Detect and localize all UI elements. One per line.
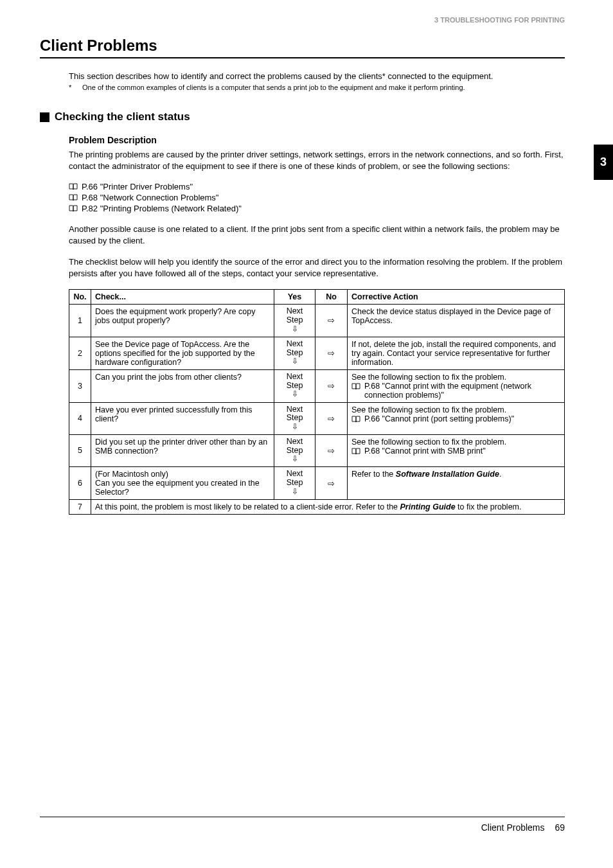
footnote-text: One of the common examples of clients is… (82, 84, 465, 91)
paragraph-3: The checklist below will help you identi… (69, 256, 565, 279)
checklist-table: No. Check... Yes No Corrective Action 1D… (69, 289, 565, 515)
reference-text: P.68 "Network Connection Problems" (82, 193, 218, 202)
reference-list: P.66 "Printer Driver Problems"P.68 "Netw… (69, 182, 565, 213)
action-cell: See the following section to fix the pro… (348, 434, 565, 466)
page-footer: Client Problems 69 (40, 817, 565, 833)
action-reference[interactable]: P.68 "Cannot print with SMB print" (351, 447, 560, 456)
action-cell: Refer to the Software Installation Guide… (348, 467, 565, 500)
reference-item[interactable]: P.68 "Network Connection Problems" (69, 193, 565, 202)
action-reference[interactable]: P.68 "Cannot print with the equipment (n… (351, 382, 560, 400)
row-number: 5 (69, 434, 91, 466)
problem-description-heading: Problem Description (69, 135, 565, 145)
action-cell: If not, delete the job, install the requ… (348, 337, 565, 369)
paragraph-2: Another possible cause is one related to… (69, 224, 565, 246)
book-icon (69, 205, 78, 212)
arrow-down-icon: ⇩ (292, 422, 298, 431)
yes-cell: Next Step⇩ (274, 467, 315, 500)
arrow-right-icon: ⇨ (328, 414, 335, 423)
check-cell: Can you print the jobs from other client… (91, 369, 274, 402)
no-cell: ⇨ (315, 369, 348, 402)
action-reference-text: P.68 "Cannot print with SMB print" (364, 447, 486, 456)
reference-text: P.66 "Printer Driver Problems" (82, 182, 193, 191)
reference-item[interactable]: P.82 "Printing Problems (Network Related… (69, 204, 565, 213)
table-row: 2See the Device page of TopAccess. Are t… (69, 337, 565, 369)
page-header: 3 TROUBLESHOOTING FOR PRINTING (0, 0, 613, 24)
table-header-row: No. Check... Yes No Corrective Action (69, 290, 565, 305)
action-cell: See the following section to fix the pro… (348, 402, 565, 434)
table-row: 4Have you ever printed successfully from… (69, 402, 565, 434)
arrow-down-icon: ⇩ (292, 324, 298, 333)
action-text: If not, delete the job, install the requ… (351, 340, 560, 367)
arrow-right-icon: ⇨ (328, 381, 335, 391)
arrow-down-icon: ⇩ (292, 357, 298, 366)
check-cell: Did you set up the printer driver other … (91, 434, 274, 466)
footer-page-number: 69 (555, 822, 565, 833)
final-row-text: At this point, the problem is most likel… (91, 500, 565, 515)
row-number: 3 (69, 369, 91, 402)
action-cell: Check the device status displayed in the… (348, 305, 565, 337)
section-heading: Checking the client status (40, 111, 565, 123)
footnote: * One of the common examples of clients … (69, 84, 565, 91)
chapter-tab: 3 (594, 145, 613, 180)
yes-cell: Next Step⇩ (274, 337, 315, 369)
arrow-down-icon: ⇩ (292, 487, 298, 496)
yes-cell: Next Step⇩ (274, 305, 315, 337)
arrow-right-icon: ⇨ (328, 348, 335, 358)
no-cell: ⇨ (315, 434, 348, 466)
asterisk: * (69, 84, 80, 91)
th-no-col: No (315, 290, 348, 305)
th-action: Corrective Action (348, 290, 565, 305)
row-number: 2 (69, 337, 91, 369)
table-row: 6(For Macintosh only) Can you see the eq… (69, 467, 565, 500)
th-yes: Yes (274, 290, 315, 305)
table-row-final: 7At this point, the problem is most like… (69, 500, 565, 515)
row-number: 6 (69, 467, 91, 500)
book-icon (69, 183, 78, 190)
yes-cell: Next Step⇩ (274, 402, 315, 434)
book-icon (351, 416, 360, 423)
action-text: Check the device status displayed in the… (351, 307, 560, 325)
section-heading-text: Checking the client status (55, 111, 190, 123)
arrow-down-icon: ⇩ (292, 389, 298, 398)
action-text: See the following section to fix the pro… (351, 373, 560, 382)
next-step-label: Next Step⇩ (278, 340, 311, 366)
check-cell: Have you ever printed successfully from … (91, 402, 274, 434)
action-cell: See the following section to fix the pro… (348, 369, 565, 402)
action-reference[interactable]: P.66 "Cannot print (port setting problem… (351, 414, 560, 423)
no-cell: ⇨ (315, 402, 348, 434)
action-text: See the following section to fix the pro… (351, 405, 560, 414)
reference-item[interactable]: P.66 "Printer Driver Problems" (69, 182, 565, 191)
check-cell: See the Device page of TopAccess. Are th… (91, 337, 274, 369)
arrow-right-icon: ⇨ (328, 315, 335, 325)
no-cell: ⇨ (315, 305, 348, 337)
next-step-label: Next Step⇩ (278, 438, 311, 464)
no-cell: ⇨ (315, 337, 348, 369)
action-reference-text: P.68 "Cannot print with the equipment (n… (364, 382, 560, 400)
reference-text: P.82 "Printing Problems (Network Related… (82, 204, 242, 213)
row-number: 1 (69, 305, 91, 337)
arrow-right-icon: ⇨ (328, 446, 335, 456)
body-block: Problem Description The printing problem… (69, 135, 565, 515)
header-section-label: 3 TROUBLESHOOTING FOR PRINTING (434, 16, 565, 24)
arrow-down-icon: ⇩ (292, 454, 298, 463)
row-number: 7 (69, 500, 91, 515)
book-icon (351, 383, 360, 390)
no-cell: ⇨ (315, 467, 348, 500)
yes-cell: Next Step⇩ (274, 369, 315, 402)
check-cell: Does the equipment work properly? Are co… (91, 305, 274, 337)
row-number: 4 (69, 402, 91, 434)
main-title: Client Problems (40, 37, 565, 58)
page-content: Client Problems This section describes h… (0, 24, 613, 515)
book-icon (69, 194, 78, 201)
yes-cell: Next Step⇩ (274, 434, 315, 466)
check-cell: (For Macintosh only) Can you see the equ… (91, 467, 274, 500)
next-step-label: Next Step⇩ (278, 470, 311, 496)
table-row: 5Did you set up the printer driver other… (69, 434, 565, 466)
th-no: No. (69, 290, 91, 305)
table-row: 1Does the equipment work properly? Are c… (69, 305, 565, 337)
next-step-label: Next Step⇩ (278, 307, 311, 333)
square-bullet-icon (40, 112, 49, 122)
book-icon (351, 448, 360, 455)
paragraph-1: The printing problems are caused by the … (69, 149, 565, 172)
action-text: See the following section to fix the pro… (351, 438, 560, 447)
